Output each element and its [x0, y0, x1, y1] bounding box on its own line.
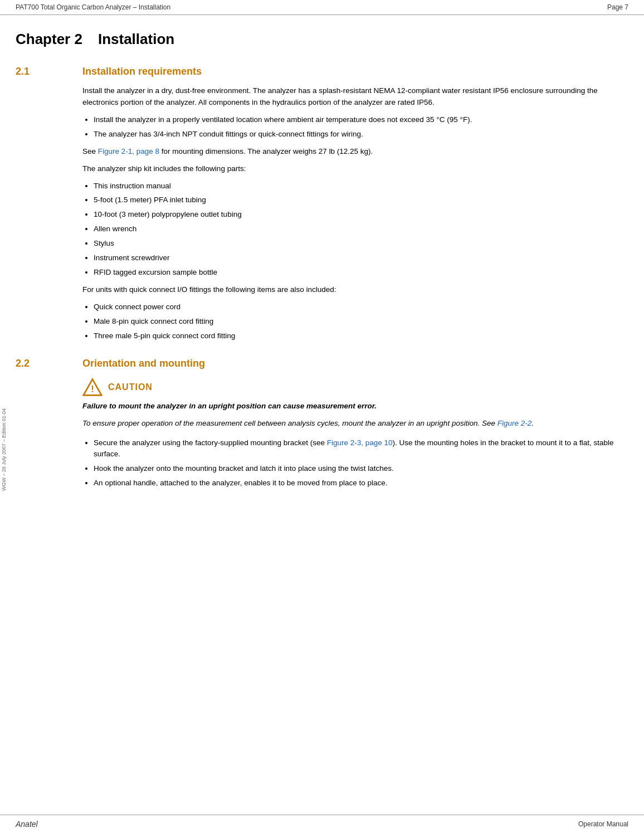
page-header: PAT700 Total Organic Carbon Analyzer – I…: [0, 0, 644, 15]
list-item: Quick connect power cord: [94, 301, 622, 313]
section-2-1-title: Installation requirements: [82, 66, 202, 77]
section-2-1-bullets1: Install the analyzer in a properly venti…: [94, 114, 622, 140]
caution-triangle-icon: !: [82, 377, 103, 397]
quick-connect-intro: For units with quick connect I/O fitting…: [82, 284, 622, 296]
header-left: PAT700 Total Organic Carbon Analyzer – I…: [16, 3, 170, 11]
figure-2-2-link[interactable]: Figure 2-2: [497, 419, 532, 427]
section-2-2-bullets: Secure the analyzer using the factory-su…: [94, 437, 622, 490]
section-2-1-number: 2.1: [16, 66, 82, 77]
footer-left: Anatel: [16, 820, 38, 829]
page-body: Chapter 2Installation 2.1 Installation r…: [0, 15, 644, 528]
svg-text:!: !: [91, 384, 94, 394]
chapter-number: Chapter 2: [16, 31, 82, 47]
list-item: 5-foot (1.5 meter) PFA inlet tubing: [94, 194, 622, 206]
side-label: WGW – 26 July 2007 – Edition 01-04: [1, 111, 7, 788]
footer-right: Operator Manual: [578, 820, 628, 828]
caution-label: CAUTION: [108, 382, 153, 392]
list-item: This instruction manual: [94, 181, 622, 192]
caution-italic-text: To ensure proper operation of the measur…: [82, 418, 622, 430]
section-2-1-intro: Install the analyzer in a dry, dust-free…: [82, 85, 622, 109]
list-item: Instrument screwdriver: [94, 252, 622, 264]
list-item: The analyzer has 3/4-inch NPT conduit fi…: [94, 129, 622, 140]
figure-2-1-link[interactable]: Figure 2-1, page 8: [98, 147, 159, 155]
list-item: An optional handle, attached to the anal…: [94, 478, 622, 489]
section-2-1-content: Install the analyzer in a dry, dust-free…: [82, 85, 622, 342]
ship-kit-list: This instruction manual 5-foot (1.5 mete…: [94, 181, 622, 279]
caution-header: ! CAUTION: [82, 377, 622, 397]
section-2-2-header: 2.2 Orientation and mounting: [16, 358, 622, 369]
quick-connect-list: Quick connect power cord Male 8-pin quic…: [94, 301, 622, 342]
section-2-1-header: 2.1 Installation requirements: [16, 66, 622, 77]
list-item: RFID tagged excursion sample bottle: [94, 267, 622, 279]
header-right: Page 7: [607, 3, 628, 11]
caution-box: ! CAUTION Failure to mount the analyzer …: [82, 377, 622, 430]
list-item: Three male 5-pin quick connect cord fitt…: [94, 330, 622, 342]
list-item: Stylus: [94, 238, 622, 250]
chapter-title: Chapter 2Installation: [16, 31, 622, 50]
section-2-2-title: Orientation and mounting: [82, 358, 205, 369]
list-item: Allen wrench: [94, 223, 622, 235]
section-2-2-number: 2.2: [16, 358, 82, 369]
list-item: Hook the analyzer onto the mounting brac…: [94, 463, 622, 475]
ship-kit-intro: The analyzer ship kit includes the follo…: [82, 163, 622, 175]
list-item: Male 8-pin quick connect cord fitting: [94, 316, 622, 328]
section-2-2-content: ! CAUTION Failure to mount the analyzer …: [82, 377, 622, 490]
page-footer: Anatel Operator Manual: [0, 815, 644, 833]
list-item: 10-foot (3 meter) polypropylene outlet t…: [94, 209, 622, 221]
list-item: Secure the analyzer using the factory-su…: [94, 437, 622, 461]
chapter-title-text: Installation: [98, 31, 174, 47]
figure-2-3-link[interactable]: Figure 2-3, page 10: [327, 439, 393, 447]
figure-ref-sentence: See Figure 2-1, page 8 for mounting dime…: [82, 146, 622, 158]
list-item: Install the analyzer in a properly venti…: [94, 114, 622, 126]
caution-bold-text: Failure to mount the analyzer in an upri…: [82, 401, 622, 412]
